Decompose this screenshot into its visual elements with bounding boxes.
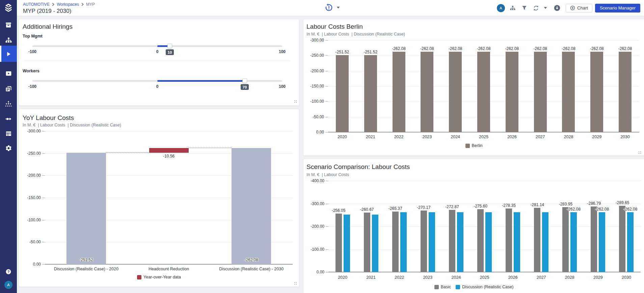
legend-item[interactable]: Berlin — [465, 143, 483, 148]
filter-button[interactable] — [521, 5, 527, 11]
bar-discussion-realistic-case--2029[interactable] — [599, 212, 605, 272]
y-axis-tick — [325, 101, 328, 102]
bar-discussion-realistic-case--2026[interactable] — [514, 212, 520, 272]
sidebar-item-settings[interactable] — [0, 144, 17, 152]
archive-icon — [5, 21, 12, 29]
user-avatar[interactable]: A — [497, 4, 505, 12]
bar-basic-2024[interactable] — [449, 210, 455, 272]
bar-berlin-2029[interactable] — [590, 52, 603, 132]
slider-fill — [157, 80, 245, 82]
bar-discussion-realistic-case--2022[interactable] — [400, 212, 407, 272]
sidebar-item-data-tables[interactable] — [0, 130, 17, 137]
scenario-manager-button-label: Scenario Manager — [600, 5, 636, 10]
bar-berlin-2024[interactable] — [449, 52, 462, 132]
bar-value-label: -262.08 — [244, 258, 258, 262]
bar-basic-2025[interactable] — [477, 209, 484, 272]
gridline — [45, 131, 293, 131]
bar-berlin-2021[interactable] — [364, 55, 377, 132]
legend-item[interactable]: Year-over-Year data — [137, 275, 181, 279]
x-axis-label: Discussion (Realistic Case) - 2030 — [219, 267, 284, 271]
bar-berlin-2022[interactable] — [393, 52, 405, 132]
bar-discussion-realistic-case--2028[interactable] — [570, 212, 577, 272]
bar-discussion-realistic-case--2020[interactable] — [344, 215, 350, 272]
bar-discussion-realistic-case--2024[interactable] — [457, 212, 463, 272]
bar-berlin-2023[interactable] — [421, 52, 433, 132]
header-toolbar: A — [497, 0, 640, 16]
sidebar-item-presentations[interactable] — [0, 70, 17, 77]
x-axis-label: 2026 — [507, 135, 517, 139]
svg-text:A: A — [7, 283, 10, 287]
breadcrumb-item-automotive[interactable]: AUTOMOTIVE — [23, 2, 50, 7]
bar-basic-2022[interactable] — [392, 212, 399, 272]
bar-basic-2030[interactable] — [619, 206, 625, 272]
download-icon — [554, 5, 560, 11]
y-axis-tick — [325, 40, 328, 41]
slider-label: Workers — [23, 69, 39, 73]
sidebar-item-model-tree[interactable] — [0, 100, 17, 108]
y-axis-label: -400.00 — [311, 178, 324, 183]
bar-value-label: -262.08 — [595, 207, 609, 212]
bar-basic-2029[interactable] — [591, 206, 597, 272]
yoy-waterfall-chart: 0.00-50.00-100.00-150.00-200.00-250.00-3… — [19, 109, 299, 287]
sidebar-avatar[interactable]: A — [0, 281, 17, 289]
legend-item[interactable]: Basic — [434, 285, 451, 289]
bar-discussion-realistic-case--2023[interactable] — [429, 212, 435, 272]
bar-discussion-realistic-case--2021[interactable] — [372, 215, 378, 272]
sidebar-item-hierarchy[interactable] — [0, 36, 17, 44]
sidebar-item-archive[interactable] — [0, 21, 17, 29]
breadcrumb-item-workspaces[interactable]: Workspaces — [57, 2, 79, 7]
scenario-manager-button[interactable]: Scenario Manager — [595, 4, 640, 13]
slider-track[interactable] — [32, 80, 282, 82]
waterfall-bar-2[interactable] — [149, 148, 189, 153]
valsight-logo[interactable] — [0, 3, 17, 13]
hierarchy-button[interactable] — [510, 5, 516, 11]
waterfall-bar-3[interactable] — [232, 148, 271, 264]
waterfall-bar-1[interactable] — [66, 153, 106, 264]
gridline — [328, 181, 641, 181]
widget-resize-handle[interactable] — [294, 282, 297, 285]
scenario-comparison-chart: 0.00-100.00-200.00-300.00-400.00-256.05-… — [303, 159, 644, 293]
refresh-button[interactable] — [533, 5, 539, 11]
bar-basic-2028[interactable] — [562, 207, 569, 272]
legend-item[interactable]: Discussion (Realistic Case) — [456, 285, 513, 289]
bar-discussion-realistic-case--2027[interactable] — [542, 212, 548, 272]
breadcrumb: AUTOMOTIVE Workspaces MYP — [23, 2, 95, 7]
sidebar-item-simulation-active[interactable] — [0, 50, 17, 58]
bar-discussion-realistic-case--2030[interactable] — [627, 212, 634, 272]
bar-basic-2023[interactable] — [421, 211, 427, 272]
refresh-options-caret[interactable] — [544, 7, 547, 9]
widget-labour-costs-berlin: Labour Costs Berlin In M. € | Labour Cos… — [303, 19, 644, 156]
history-reset-icon[interactable] — [325, 3, 333, 12]
add-chart-button[interactable]: Chart — [566, 4, 592, 13]
bar-value-label: -272.87 — [445, 204, 459, 209]
caret-down-icon[interactable] — [337, 6, 340, 9]
sidebar-item-help[interactable]: ? — [0, 269, 17, 275]
bar-berlin-2026[interactable] — [506, 52, 518, 132]
widget-resize-handle[interactable] — [294, 100, 297, 103]
slider-max-label: 100 — [279, 84, 286, 89]
bar-berlin-2028[interactable] — [562, 52, 575, 132]
bar-basic-2021[interactable] — [364, 213, 370, 272]
bar-berlin-2025[interactable] — [477, 52, 490, 132]
bar-basic-2026[interactable] — [506, 209, 512, 272]
slider-handle[interactable] — [167, 44, 172, 48]
download-button[interactable] — [554, 5, 560, 11]
sidebar-item-data-flows[interactable] — [0, 115, 17, 123]
slider-handle[interactable] — [242, 78, 247, 83]
bar-basic-2027[interactable] — [534, 208, 540, 272]
sidebar-item-reports[interactable] — [0, 85, 17, 93]
divider — [24, 60, 290, 61]
chart-legend: Year-over-Year data — [19, 275, 299, 279]
bar-berlin-2027[interactable] — [534, 52, 547, 132]
bar-value-label: -262.08 — [449, 46, 462, 51]
bar-value-label: -275.60 — [474, 204, 487, 209]
bar-berlin-2020[interactable] — [336, 55, 349, 132]
bar-basic-2020[interactable] — [336, 214, 342, 272]
legend-label: Year-over-Year data — [143, 275, 181, 279]
widget-resize-handle[interactable] — [639, 151, 641, 154]
x-axis-label: 2028 — [565, 275, 574, 280]
x-axis-label: 2030 — [620, 135, 630, 139]
slider-track[interactable] — [32, 45, 282, 47]
bar-discussion-realistic-case--2025[interactable] — [485, 212, 492, 272]
bar-berlin-2030[interactable] — [619, 52, 632, 132]
